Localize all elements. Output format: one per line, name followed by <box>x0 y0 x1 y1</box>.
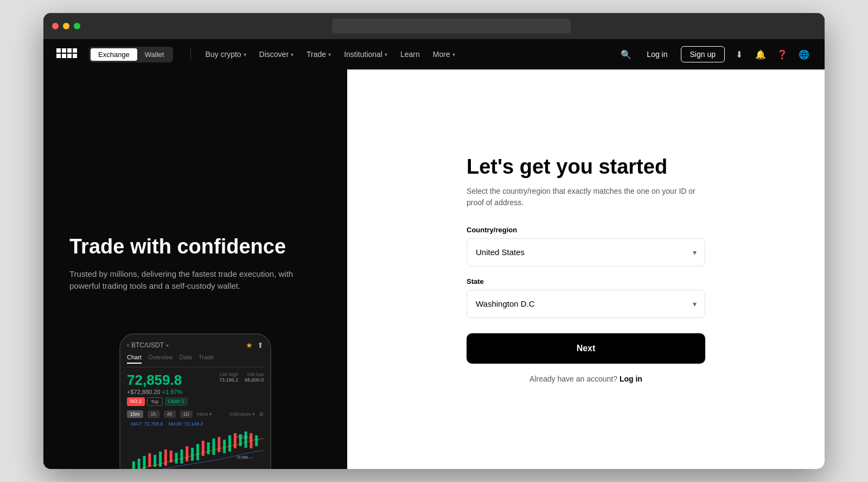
form-footer: Already have an account? Log in <box>467 375 705 383</box>
svg-rect-16 <box>159 452 162 467</box>
login-button[interactable]: Log in <box>640 47 674 62</box>
ma-values: MA7: 72,758.6 MA30: 72,149.2 <box>127 421 264 427</box>
login-link[interactable]: Log in <box>620 375 642 383</box>
svg-rect-6 <box>73 54 77 58</box>
chevron-down-icon: ▾ <box>328 52 331 58</box>
time-more[interactable]: More ▾ <box>197 411 212 417</box>
logo[interactable] <box>56 48 80 60</box>
top-badge: Top <box>147 397 163 406</box>
close-button[interactable] <box>52 23 59 29</box>
phone-change: +$72,880.20 +1.97% <box>127 389 182 395</box>
svg-rect-27 <box>218 437 220 452</box>
svg-rect-28 <box>223 440 226 453</box>
svg-rect-2 <box>56 54 61 58</box>
exchange-toggle[interactable]: Exchange <box>91 48 137 61</box>
svg-rect-26 <box>213 439 215 455</box>
nav-learn[interactable]: Learn <box>395 47 425 62</box>
main-content: Trade with confidence Trusted by million… <box>43 69 825 469</box>
svg-rect-11 <box>132 461 135 469</box>
price-chart: 73,196.2 72,988.— 72,859.8 <box>127 429 264 469</box>
form-subtitle: Select the country/region that exactly m… <box>467 186 705 208</box>
navbar: Exchange Wallet Buy crypto ▾ Discover ▾ … <box>43 39 825 69</box>
phone-frame: ‹ BTC/USDT ▾ ★ ⬆ Chart <box>119 333 271 469</box>
chevron-down-icon: ▾ <box>385 52 387 58</box>
left-panel: Trade with confidence Trusted by million… <box>43 69 347 469</box>
globe-icon[interactable]: 🌐 <box>796 47 812 62</box>
indicators-button[interactable]: Indicators ▾ <box>229 411 255 417</box>
browser-content: Exchange Wallet Buy crypto ▾ Discover ▾ … <box>43 39 825 469</box>
phone-badges: NO.1 Top Layer 1 <box>127 397 264 406</box>
nav-more[interactable]: More ▾ <box>427 47 461 62</box>
phone-stats: 24h high 73,196.2 24h low 68,600.0 <box>219 372 264 383</box>
svg-rect-29 <box>228 435 231 452</box>
chevron-down-icon: ▾ <box>452 52 455 58</box>
left-panel-text: Trade with confidence Trusted by million… <box>69 234 321 293</box>
country-select[interactable]: United States <box>467 238 705 267</box>
bell-icon[interactable]: 🔔 <box>753 47 768 62</box>
svg-rect-25 <box>207 442 210 454</box>
svg-rect-13 <box>143 456 146 469</box>
phone-pair: BTC/USDT <box>131 341 164 349</box>
svg-rect-12 <box>138 459 141 469</box>
svg-rect-21 <box>186 446 188 461</box>
nav-buy-crypto[interactable]: Buy crypto ▾ <box>200 47 251 62</box>
layer1-badge: Layer 1 <box>165 397 188 406</box>
phone-price: 72,859.8 <box>127 372 182 389</box>
url-bar[interactable] <box>332 18 571 34</box>
state-select[interactable]: Washington D.C <box>467 290 705 318</box>
svg-rect-7 <box>67 54 72 58</box>
stat-24h-low: 24h low 68,600.0 <box>245 372 264 383</box>
state-label: State <box>467 277 705 286</box>
help-icon[interactable]: ❓ <box>775 47 790 62</box>
nav-links: Buy crypto ▾ Discover ▾ Trade ▾ Institut… <box>200 47 618 62</box>
overview-tab[interactable]: Overview <box>148 354 173 364</box>
nav-institutional[interactable]: Institutional ▾ <box>339 47 393 62</box>
svg-rect-20 <box>180 449 183 464</box>
svg-rect-24 <box>202 441 205 456</box>
download-icon[interactable]: ⬇ <box>731 47 746 62</box>
form-title: Let's get you started <box>467 155 705 179</box>
maximize-button[interactable] <box>74 23 80 29</box>
time-controls: 15m 1h 4h 1D More ▾ Indicators ▾ ⊞ <box>127 410 264 418</box>
trade-tab[interactable]: Trade <box>199 354 214 364</box>
country-label: Country/region <box>467 226 705 234</box>
svg-rect-32 <box>245 432 247 448</box>
no1-badge: NO.1 <box>127 397 145 406</box>
phone-header: ‹ BTC/USDT ▾ ★ ⬆ <box>127 341 264 350</box>
time-1d[interactable]: 1D <box>180 410 193 418</box>
country-select-wrapper: United States ▾ <box>467 238 705 267</box>
left-panel-subtitle: Trusted by millions, delivering the fast… <box>69 268 321 293</box>
next-button[interactable]: Next <box>467 333 705 364</box>
time-15m[interactable]: 15m <box>127 410 143 418</box>
footer-text: Already have an account? <box>529 375 617 383</box>
wallet-toggle[interactable]: Wallet <box>137 48 172 61</box>
time-4h[interactable]: 4h <box>164 410 176 418</box>
svg-rect-5 <box>73 48 77 53</box>
left-panel-title: Trade with confidence <box>69 234 321 259</box>
search-icon[interactable]: 🔍 <box>618 47 634 62</box>
svg-rect-3 <box>62 54 66 58</box>
phone-action-icons: ★ ⬆ <box>246 341 264 350</box>
phone-tabs: Chart Overview Data Trade <box>127 354 264 367</box>
svg-rect-34 <box>255 435 258 446</box>
svg-rect-19 <box>175 453 178 464</box>
signup-button[interactable]: Sign up <box>681 46 725 62</box>
time-1h[interactable]: 1h <box>148 410 159 418</box>
svg-rect-14 <box>148 453 151 467</box>
svg-rect-23 <box>196 444 199 460</box>
chart-settings-icon[interactable]: ⊞ <box>259 411 264 417</box>
nav-discover[interactable]: Discover ▾ <box>254 47 299 62</box>
minimize-button[interactable] <box>63 23 69 29</box>
share-icon: ⬆ <box>257 341 264 350</box>
phone-back: ‹ BTC/USDT ▾ <box>127 341 169 349</box>
svg-text:73,196.2: 73,196.2 <box>237 435 251 439</box>
signup-form: Let's get you started Select the country… <box>467 155 705 383</box>
svg-rect-0 <box>56 48 61 53</box>
svg-rect-22 <box>191 448 194 461</box>
svg-rect-18 <box>170 451 173 462</box>
stat-24h-high: 24h high 73,196.2 <box>219 372 238 383</box>
svg-rect-4 <box>67 48 72 53</box>
nav-trade[interactable]: Trade ▾ <box>301 47 336 62</box>
data-tab[interactable]: Data <box>180 354 192 364</box>
chart-tab[interactable]: Chart <box>127 354 142 364</box>
